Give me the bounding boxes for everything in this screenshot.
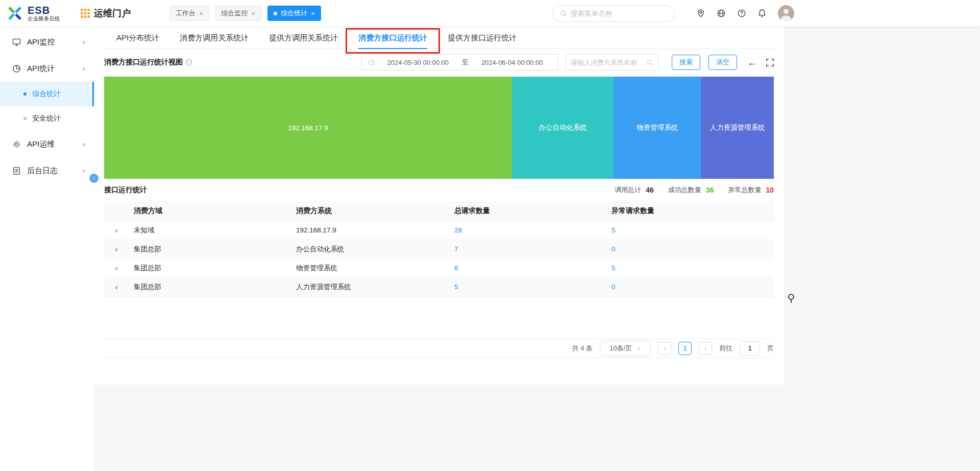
consumer-system-input[interactable]: [571, 59, 647, 66]
date-start[interactable]: 2024-05-30 00:00:00: [378, 59, 458, 66]
date-range-picker[interactable]: 2024-05-30 00:00:00 至 2024-06-04 00:00:0…: [361, 54, 558, 70]
treemap-block-label: 192.168.17.9: [288, 124, 328, 132]
stat-label: 调用总计: [615, 185, 641, 195]
close-tab-icon[interactable]: ×: [199, 10, 203, 17]
filter-row: 消费方接口运行统计视图 ? 2024-05-30 00:00:00 至 2024…: [104, 53, 774, 72]
row-expand-icon[interactable]: ∨: [114, 265, 118, 271]
cell-error-requests[interactable]: 0: [611, 245, 616, 253]
treemap-block[interactable]: 192.168.17.9: [104, 77, 512, 179]
sidebar-item-composite-stats[interactable]: 综合统计: [0, 82, 94, 106]
row-expand-icon[interactable]: ∨: [114, 284, 118, 290]
header-tab-composite-stats[interactable]: 综合统计 ×: [267, 6, 321, 21]
content-tab-label: 提供方接口运行统计: [448, 33, 517, 42]
info-icon[interactable]: ?: [185, 59, 192, 66]
content-tab-label: 提供方调用关系统计: [269, 33, 338, 42]
page-size-value: 10条/页: [609, 344, 632, 353]
stat-total-calls: 调用总计 46: [615, 185, 654, 195]
next-page-button[interactable]: ›: [699, 342, 712, 355]
pin-icon[interactable]: [787, 293, 795, 305]
tab-consumer-call-relations[interactable]: 消费方调用关系统计: [180, 27, 249, 49]
date-end[interactable]: 2024-06-04 00:00:00: [473, 59, 552, 66]
close-tab-icon[interactable]: ×: [311, 10, 315, 17]
header-tab-monitoring[interactable]: 综合监控 ×: [215, 6, 262, 21]
menu-search[interactable]: [552, 5, 675, 22]
tab-label: 综合统计: [281, 9, 307, 18]
column-header: 异常请求数量: [606, 201, 774, 221]
app-logo: ESB 企业服务总线: [6, 5, 74, 22]
esb-logo-icon: [6, 5, 23, 22]
close-tab-icon[interactable]: ×: [252, 10, 256, 17]
goto-page-input[interactable]: [740, 341, 760, 356]
sidebar-collapse-button[interactable]: ‹: [89, 174, 99, 183]
cell-total-requests[interactable]: 28: [454, 226, 462, 234]
clock-icon: [368, 59, 375, 66]
sidebar-item-api-ops[interactable]: API运维 ∨: [0, 131, 94, 157]
back-arrow-icon[interactable]: ←: [747, 58, 757, 67]
sidebar-item-label: API统计: [27, 64, 82, 74]
bell-icon[interactable]: [757, 9, 767, 18]
cell-error-requests[interactable]: 5: [611, 226, 616, 234]
sidebar: API监控 ∨ API统计 ∧ 综合统计 安全统计 API运维 ∨: [0, 27, 94, 471]
fullscreen-icon[interactable]: [766, 59, 774, 66]
gear-icon: [12, 140, 21, 149]
cell-error-requests[interactable]: 0: [611, 283, 616, 291]
tab-label: 综合监控: [222, 9, 248, 18]
content-tabbar: API分布统计 消费方调用关系统计 提供方调用关系统计 消费方接口运行统计 提供…: [104, 27, 774, 49]
treemap-block[interactable]: 人力资源管理系统: [701, 77, 774, 179]
cell-system: 办公自动化系统: [291, 240, 449, 258]
content-tab-label: API分布统计: [116, 33, 159, 42]
grid-icon: [81, 9, 90, 18]
cell-total-requests[interactable]: 7: [454, 245, 458, 253]
portal-title-wrap: 运维门户: [81, 7, 131, 19]
tab-consumer-interface-stats[interactable]: 消费方接口运行统计: [358, 27, 427, 49]
prev-page-button[interactable]: ‹: [658, 342, 671, 355]
header-tabbar: 工作台 × 综合监控 × 综合统计 ×: [169, 6, 321, 21]
top-header: ESB 企业服务总线 运维门户 工作台 × 综合监控 × 综合统计 ×: [0, 0, 980, 27]
header-tab-workbench[interactable]: 工作台 ×: [169, 6, 209, 21]
row-expand-icon[interactable]: ∨: [114, 227, 118, 233]
cell-system: 物资管理系统: [291, 258, 449, 277]
stat-value: 46: [646, 186, 654, 194]
sidebar-item-api-monitor[interactable]: API监控 ∨: [0, 29, 94, 55]
column-header: 消费方系统: [291, 201, 449, 221]
page-size-select[interactable]: 10条/页 ∨: [600, 341, 651, 356]
sidebar-item-security-stats[interactable]: 安全统计: [0, 106, 94, 131]
location-icon[interactable]: [696, 9, 705, 18]
table-row: ∨ 集团总部 物资管理系统 6 5: [104, 258, 774, 277]
chevron-up-icon: ∧: [82, 65, 86, 72]
tab-provider-call-relations[interactable]: 提供方调用关系统计: [269, 27, 338, 49]
cell-total-requests[interactable]: 5: [454, 283, 458, 291]
language-icon[interactable]: [717, 9, 726, 18]
stat-value: 10: [766, 186, 774, 194]
menu-search-input[interactable]: [571, 10, 667, 17]
clear-button[interactable]: 清空: [708, 55, 737, 70]
logo-subtitle: 企业服务总线: [28, 16, 60, 22]
help-icon[interactable]: [737, 9, 746, 18]
search-button[interactable]: 搜索: [672, 55, 700, 70]
sidebar-item-api-stats[interactable]: API统计 ∧: [0, 55, 94, 82]
tab-provider-interface-stats[interactable]: 提供方接口运行统计: [448, 27, 517, 49]
stats-row: 接口运行统计 调用总计 46 成功总数量 36 异常总数量 10: [104, 179, 774, 201]
treemap-block[interactable]: 物资管理系统: [614, 77, 701, 179]
bullet-dot-icon: [23, 92, 27, 96]
cell-total-requests[interactable]: 6: [454, 264, 458, 272]
monitor-icon: [12, 38, 21, 46]
tab-api-distribution[interactable]: API分布统计: [116, 27, 159, 49]
cell-error-requests[interactable]: 5: [611, 264, 616, 272]
stat-error-count: 异常总数量 10: [728, 185, 774, 195]
search-icon: [647, 59, 653, 66]
sidebar-subitem-label: 综合统计: [32, 89, 61, 99]
content-tab-label: 消费方调用关系统计: [180, 33, 249, 42]
user-avatar[interactable]: [778, 5, 794, 21]
cell-domain: 集团总部: [129, 258, 291, 277]
expand-column-header: [104, 201, 129, 221]
sidebar-item-backend-logs[interactable]: 后台日志 ∨: [0, 157, 94, 184]
treemap-block-label: 人力资源管理系统: [710, 123, 765, 132]
stat-label: 成功总数量: [668, 185, 701, 195]
stats-table: 消费方域 消费方系统 总请求数量 异常请求数量 ∨ 未知域 192.168.17…: [104, 201, 774, 297]
page-1-button[interactable]: 1: [678, 342, 692, 355]
sidebar-item-label: 后台日志: [27, 166, 82, 176]
row-expand-icon[interactable]: ∨: [114, 246, 118, 252]
pagination: 共 4 条 10条/页 ∨ ‹ 1 › 前往 页: [104, 339, 774, 358]
treemap-block[interactable]: 办公自动化系统: [512, 77, 614, 179]
